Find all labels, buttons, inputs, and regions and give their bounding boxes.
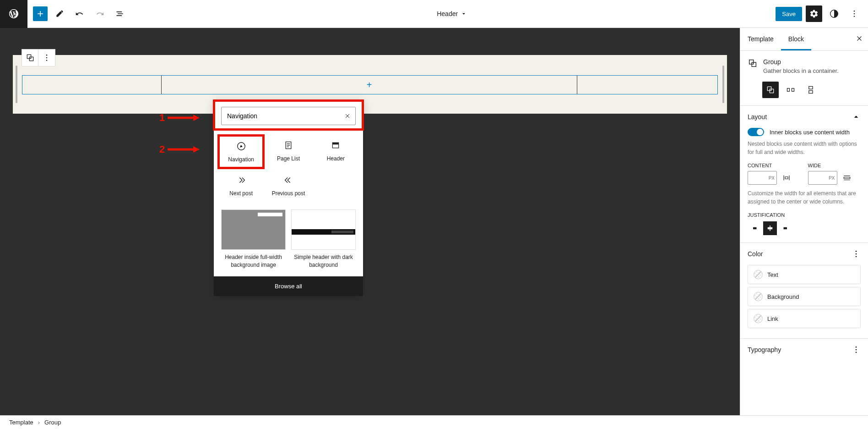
document-title[interactable]: Header	[128, 10, 776, 17]
svg-marker-10	[193, 115, 200, 121]
more-menu-button[interactable]	[846, 6, 863, 22]
column-left[interactable]	[22, 76, 162, 94]
color-more-icon[interactable]	[852, 249, 861, 258]
justify-left[interactable]	[748, 221, 761, 235]
header-icon	[330, 140, 341, 151]
crumb-template[interactable]: Template	[9, 419, 33, 426]
block-inserter: Navigation Page List Header Next post Pr…	[214, 100, 363, 296]
svg-rect-19	[333, 143, 339, 144]
block-next-post[interactable]: Next post	[217, 169, 265, 202]
color-link[interactable]: Link	[748, 309, 861, 328]
color-text[interactable]: Text	[748, 265, 861, 284]
variation-row[interactable]	[782, 82, 799, 98]
block-header[interactable]: Header	[312, 134, 359, 169]
content-label: CONTENT	[748, 163, 801, 168]
block-type-desc: Gather blocks in a container.	[763, 67, 839, 74]
wide-align-button[interactable]	[840, 171, 854, 185]
block-previous-post[interactable]: Previous post	[265, 169, 312, 202]
variation-group[interactable]	[762, 82, 779, 98]
svg-point-2	[854, 13, 855, 15]
block-page-list[interactable]: Page List	[265, 134, 312, 169]
color-panel-toggle[interactable]: Color	[740, 243, 868, 265]
wide-label: WIDE	[808, 163, 861, 168]
chevron-up-icon	[852, 112, 861, 121]
close-panel-button[interactable]	[855, 34, 863, 43]
column-right[interactable]	[577, 76, 717, 94]
settings-button[interactable]	[806, 6, 822, 22]
crumb-group[interactable]: Group	[44, 419, 61, 426]
svg-rect-24	[787, 88, 790, 92]
styles-button[interactable]	[826, 6, 842, 22]
svg-point-32	[856, 349, 857, 351]
block-type-title: Group	[763, 58, 839, 66]
previous-icon	[283, 175, 294, 186]
edit-tool-button[interactable]	[51, 6, 68, 22]
clear-search-button[interactable]	[344, 112, 351, 120]
scroll-indicator	[16, 66, 17, 103]
pattern-header-dark[interactable]: Simple header with dark background	[291, 209, 356, 269]
block-navigation[interactable]: Navigation	[218, 135, 264, 168]
content-width-input[interactable]	[748, 171, 777, 185]
toggle-help: Nested blocks use content width with opt…	[748, 140, 861, 156]
svg-point-6	[46, 55, 48, 56]
redo-button[interactable]	[92, 6, 108, 22]
content-width-toggle[interactable]	[748, 128, 764, 136]
svg-point-28	[856, 251, 857, 252]
save-button[interactable]: Save	[776, 7, 802, 21]
justification-label: JUSTIFICATION	[748, 212, 861, 218]
add-block-inline[interactable]: +	[367, 80, 372, 90]
inserter-search-area	[214, 100, 363, 130]
wordpress-logo[interactable]	[0, 0, 27, 28]
group-icon	[748, 58, 758, 68]
canvas-area[interactable]: + 1 2	[0, 28, 740, 415]
svg-point-29	[856, 253, 857, 255]
svg-rect-22	[767, 87, 771, 90]
block-toolbar	[22, 49, 55, 66]
svg-rect-21	[752, 62, 756, 66]
svg-point-30	[856, 256, 857, 258]
next-icon	[236, 175, 247, 186]
svg-rect-5	[29, 57, 33, 60]
svg-marker-12	[193, 146, 200, 153]
block-type-button[interactable]	[22, 50, 38, 66]
breadcrumb-sep: ›	[38, 419, 40, 426]
settings-sidebar: Template Block Group Gather blocks in a …	[740, 28, 868, 415]
content-align-button[interactable]	[780, 171, 793, 185]
variation-stack[interactable]	[803, 82, 819, 98]
svg-rect-26	[809, 87, 813, 89]
svg-point-33	[856, 352, 857, 353]
undo-button[interactable]	[71, 6, 88, 22]
breadcrumb: Template › Group	[0, 415, 868, 429]
svg-point-8	[46, 60, 48, 61]
svg-rect-27	[809, 91, 813, 94]
svg-rect-23	[770, 89, 773, 93]
tab-template[interactable]: Template	[740, 28, 781, 50]
justify-center[interactable]	[763, 221, 777, 235]
tab-block[interactable]: Block	[781, 28, 811, 50]
typography-more-icon[interactable]	[852, 345, 861, 354]
chevron-down-icon	[461, 11, 467, 17]
toggle-label: Inner blocks use content width	[770, 129, 850, 136]
list-view-button[interactable]	[112, 6, 128, 22]
pattern-header-fullwidth[interactable]: Header inside full-width background imag…	[221, 209, 286, 269]
wide-width-input[interactable]	[808, 171, 837, 185]
typography-panel-toggle[interactable]: Typography	[740, 339, 868, 361]
color-background[interactable]: Background	[748, 287, 861, 306]
scroll-indicator	[722, 66, 724, 103]
layout-panel-toggle[interactable]: Layout	[740, 106, 868, 128]
search-input[interactable]	[221, 107, 356, 125]
annotation-2: 2	[159, 143, 200, 155]
compass-icon	[236, 141, 247, 152]
page-list-icon	[283, 140, 294, 151]
svg-rect-25	[792, 88, 794, 92]
block-options-button[interactable]	[38, 50, 55, 66]
svg-point-1	[854, 11, 855, 12]
header-block[interactable]: +	[13, 55, 727, 114]
justify-right[interactable]	[779, 221, 792, 235]
group-row[interactable]: +	[22, 75, 718, 94]
svg-point-7	[46, 57, 48, 59]
add-block-button[interactable]	[33, 6, 48, 21]
column-center[interactable]: +	[162, 76, 577, 94]
width-help: Customize the width for all elements tha…	[748, 189, 861, 206]
browse-all-button[interactable]: Browse all	[214, 276, 363, 296]
